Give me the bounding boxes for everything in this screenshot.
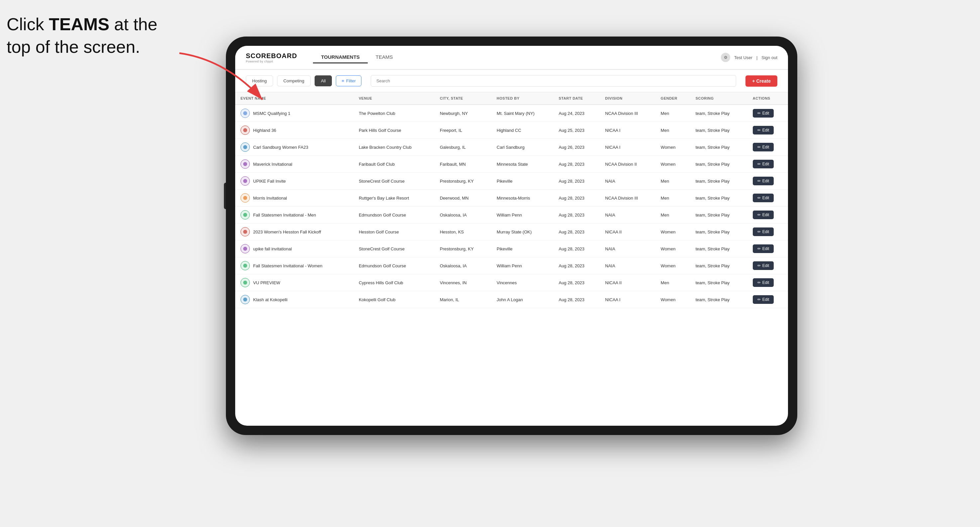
table-header-row: EVENT NAME VENUE CITY, STATE HOSTED BY S…	[235, 92, 788, 105]
instruction-text: Click TEAMS at the top of the screen.	[6, 13, 158, 58]
cell-hosted-by: Mt. Saint Mary (NY)	[491, 105, 554, 122]
cell-start-date: Aug 26, 2023	[554, 139, 600, 156]
event-icon	[240, 159, 250, 169]
svg-point-1	[243, 111, 247, 115]
cell-venue: The Powelton Club	[353, 105, 434, 122]
cell-actions: ✏ Edit	[748, 291, 788, 308]
edit-button[interactable]: ✏ Edit	[753, 278, 774, 287]
search-input[interactable]	[371, 75, 736, 87]
table-row: Klash at Kokopelli Kokopelli Golf Club M…	[235, 291, 788, 308]
edit-button[interactable]: ✏ Edit	[753, 177, 774, 185]
cell-gender: Men	[655, 122, 690, 139]
cell-city-state: Hesston, KS	[434, 224, 491, 240]
cell-start-date: Aug 28, 2023	[554, 291, 600, 308]
cell-event-name: Fall Statesmen Invitational - Women	[235, 257, 353, 274]
filter-button[interactable]: ≡ Filter	[336, 75, 361, 86]
nav-bar: SCOREBOARD Powered by clippit TOURNAMENT…	[235, 46, 788, 70]
cell-hosted-by: Minnesota State	[491, 156, 554, 173]
edit-button[interactable]: ✏ Edit	[753, 194, 774, 202]
edit-button[interactable]: ✏ Edit	[753, 227, 774, 236]
cell-venue: Ruttger's Bay Lake Resort	[353, 190, 434, 206]
nav-user-area: ⚙ Test User | Sign out	[721, 53, 777, 62]
event-icon	[240, 176, 250, 186]
event-icon	[240, 193, 250, 203]
event-icon	[240, 261, 250, 270]
cell-scoring: team, Stroke Play	[690, 257, 748, 274]
edit-button[interactable]: ✏ Edit	[753, 261, 774, 270]
cell-start-date: Aug 28, 2023	[554, 190, 600, 206]
event-icon	[240, 227, 250, 237]
cell-event-name: Carl Sandburg Women FA23	[235, 139, 353, 156]
cell-actions: ✏ Edit	[748, 173, 788, 190]
cell-actions: ✏ Edit	[748, 105, 788, 122]
edit-button[interactable]: ✏ Edit	[753, 244, 774, 253]
edit-button[interactable]: ✏ Edit	[753, 126, 774, 135]
col-actions: ACTIONS	[748, 92, 788, 105]
cell-event-name: UPIKE Fall Invite	[235, 173, 353, 190]
cell-event-name: Morris Invitational	[235, 190, 353, 206]
edit-icon: ✏	[757, 111, 761, 116]
table-row: MSMC Qualifying 1 The Powelton Club Newb…	[235, 105, 788, 122]
edit-icon: ✏	[757, 162, 761, 167]
cell-division: NAIA	[600, 240, 655, 257]
event-icon	[240, 210, 250, 219]
cell-hosted-by: John A Logan	[491, 291, 554, 308]
event-icon	[240, 109, 250, 118]
cell-hosted-by: William Penn	[491, 206, 554, 224]
tab-teams[interactable]: TEAMS	[368, 51, 401, 63]
cell-event-name: Klash at Kokopelli	[235, 291, 353, 308]
cell-venue: Park Hills Golf Course	[353, 122, 434, 139]
cell-actions: ✏ Edit	[748, 240, 788, 257]
cell-city-state: Oskaloosa, IA	[434, 206, 491, 224]
edit-button[interactable]: ✏ Edit	[753, 143, 774, 151]
create-button[interactable]: + Create	[746, 75, 777, 87]
cell-event-name: Maverick Invitational	[235, 156, 353, 173]
edit-label: Edit	[762, 229, 769, 234]
event-icon	[240, 295, 250, 304]
signout-link[interactable]: Sign out	[761, 55, 777, 60]
edit-label: Edit	[762, 246, 769, 251]
nav-tabs: TOURNAMENTS TEAMS	[313, 51, 721, 63]
event-icon	[240, 278, 250, 287]
cell-hosted-by: Vincennes	[491, 274, 554, 291]
edit-label: Edit	[762, 111, 769, 116]
cell-venue: Hesston Golf Course	[353, 224, 434, 240]
edit-button[interactable]: ✏ Edit	[753, 211, 774, 219]
table-row: 2023 Women's Hesston Fall Kickoff Hessto…	[235, 224, 788, 240]
cell-event-name: MSMC Qualifying 1	[235, 105, 353, 122]
nav-separator: |	[756, 55, 757, 60]
cell-city-state: Prestonsburg, KY	[434, 173, 491, 190]
cell-venue: Cypress Hills Golf Club	[353, 274, 434, 291]
cell-hosted-by: Murray State (OK)	[491, 224, 554, 240]
cell-start-date: Aug 28, 2023	[554, 173, 600, 190]
col-division: DIVISION	[600, 92, 655, 105]
hosting-button[interactable]: Hosting	[246, 75, 273, 86]
cell-city-state: Newburgh, NY	[434, 105, 491, 122]
svg-point-8	[243, 230, 247, 234]
tournaments-table-container: EVENT NAME VENUE CITY, STATE HOSTED BY S…	[235, 92, 788, 426]
competing-button[interactable]: Competing	[277, 75, 310, 86]
cell-gender: Women	[655, 156, 690, 173]
cell-venue: Faribault Golf Club	[353, 156, 434, 173]
table-row: Carl Sandburg Women FA23 Lake Bracken Co…	[235, 139, 788, 156]
cell-start-date: Aug 28, 2023	[554, 274, 600, 291]
tab-tournaments[interactable]: TOURNAMENTS	[313, 51, 368, 63]
edit-icon: ✏	[757, 128, 761, 132]
cell-event-name: 2023 Women's Hesston Fall Kickoff	[235, 224, 353, 240]
cell-city-state: Deerwood, MN	[434, 190, 491, 206]
event-icon	[240, 143, 250, 152]
filter-label: Filter	[346, 78, 356, 83]
edit-button[interactable]: ✏ Edit	[753, 109, 774, 117]
event-icon	[240, 244, 250, 253]
cell-gender: Women	[655, 291, 690, 308]
cell-actions: ✏ Edit	[748, 156, 788, 173]
cell-hosted-by: Carl Sandburg	[491, 139, 554, 156]
edit-button[interactable]: ✏ Edit	[753, 160, 774, 168]
edit-icon: ✏	[757, 280, 761, 285]
cell-city-state: Oskaloosa, IA	[434, 257, 491, 274]
all-button[interactable]: All	[315, 75, 332, 86]
cell-hosted-by: Minnesota-Morris	[491, 190, 554, 206]
edit-button[interactable]: ✏ Edit	[753, 295, 774, 304]
cell-city-state: Galesburg, IL	[434, 139, 491, 156]
cell-actions: ✏ Edit	[748, 257, 788, 274]
